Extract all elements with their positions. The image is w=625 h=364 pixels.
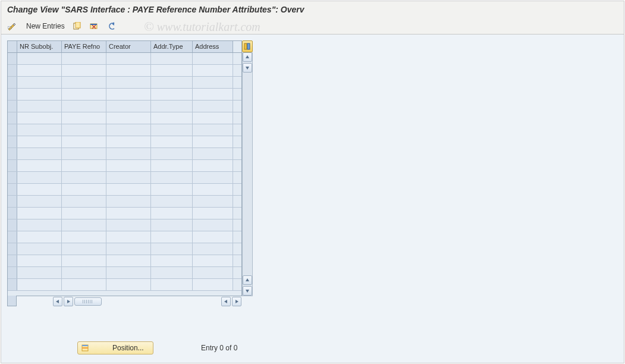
row-selector-header[interactable] bbox=[8, 41, 17, 52]
cell-addr-type[interactable] bbox=[151, 231, 193, 243]
row-selector[interactable] bbox=[8, 148, 17, 159]
table-row[interactable] bbox=[8, 243, 241, 255]
row-selector[interactable] bbox=[8, 112, 17, 124]
cell-address[interactable] bbox=[193, 196, 233, 207]
cell-address[interactable] bbox=[193, 219, 233, 231]
cell-address[interactable] bbox=[193, 112, 233, 124]
horizontal-scroll-thumb[interactable] bbox=[74, 297, 102, 306]
scroll-left-button[interactable] bbox=[53, 297, 62, 306]
select-all-button[interactable] bbox=[7, 296, 17, 306]
cell-addr-type[interactable] bbox=[151, 267, 193, 278]
cell-nr-subobj[interactable] bbox=[17, 136, 62, 148]
horizontal-scrollbar[interactable] bbox=[17, 296, 242, 307]
cell-addr-type[interactable] bbox=[151, 219, 193, 231]
table-row[interactable] bbox=[8, 53, 241, 65]
cell-addr-type[interactable] bbox=[151, 136, 193, 148]
cell-nr-subobj[interactable] bbox=[17, 243, 62, 255]
table-row[interactable] bbox=[8, 184, 241, 196]
row-selector[interactable] bbox=[8, 124, 17, 136]
cell-address[interactable] bbox=[193, 172, 233, 183]
row-selector[interactable] bbox=[8, 53, 17, 64]
row-selector[interactable] bbox=[8, 184, 17, 195]
row-selector[interactable] bbox=[8, 231, 17, 243]
cell-addr-type[interactable] bbox=[151, 243, 193, 255]
cell-creator[interactable] bbox=[106, 231, 151, 243]
cell-address[interactable] bbox=[193, 101, 233, 112]
cell-address[interactable] bbox=[193, 279, 233, 290]
undo-change-button[interactable] bbox=[104, 20, 120, 32]
cell-nr-subobj[interactable] bbox=[17, 89, 62, 100]
cell-creator[interactable] bbox=[106, 219, 151, 231]
table-row[interactable] bbox=[8, 124, 241, 136]
row-selector[interactable] bbox=[8, 279, 17, 290]
cell-addr-type[interactable] bbox=[151, 172, 193, 183]
column-header-paye-refno[interactable]: PAYE Refno bbox=[62, 41, 106, 52]
table-row[interactable] bbox=[8, 65, 241, 77]
cell-addr-type[interactable] bbox=[151, 89, 193, 100]
cell-creator[interactable] bbox=[106, 136, 151, 148]
cell-creator[interactable] bbox=[106, 112, 151, 124]
cell-paye-refno[interactable] bbox=[62, 208, 106, 219]
row-selector[interactable] bbox=[8, 65, 17, 76]
cell-creator[interactable] bbox=[106, 208, 151, 219]
cell-creator[interactable] bbox=[106, 243, 151, 255]
cell-address[interactable] bbox=[193, 65, 233, 76]
cell-creator[interactable] bbox=[106, 53, 151, 64]
cell-nr-subobj[interactable] bbox=[17, 124, 62, 136]
cell-addr-type[interactable] bbox=[151, 101, 193, 112]
table-settings-button[interactable] bbox=[242, 40, 253, 52]
cell-nr-subobj[interactable] bbox=[17, 279, 62, 290]
cell-address[interactable] bbox=[193, 53, 233, 64]
cell-paye-refno[interactable] bbox=[62, 255, 106, 266]
table-row[interactable] bbox=[8, 279, 241, 291]
delete-button[interactable] bbox=[87, 20, 102, 32]
row-selector[interactable] bbox=[8, 243, 17, 255]
cell-paye-refno[interactable] bbox=[62, 53, 106, 64]
scroll-right-button-2[interactable] bbox=[232, 297, 241, 306]
cell-nr-subobj[interactable] bbox=[17, 77, 62, 88]
cell-paye-refno[interactable] bbox=[62, 172, 106, 183]
cell-addr-type[interactable] bbox=[151, 184, 193, 195]
cell-creator[interactable] bbox=[106, 89, 151, 100]
scroll-up-button-2[interactable] bbox=[243, 275, 252, 285]
cell-address[interactable] bbox=[193, 208, 233, 219]
vertical-scrollbar[interactable] bbox=[242, 52, 253, 296]
cell-addr-type[interactable] bbox=[151, 124, 193, 136]
row-selector[interactable] bbox=[8, 160, 17, 171]
cell-address[interactable] bbox=[193, 148, 233, 159]
row-selector[interactable] bbox=[8, 255, 17, 266]
cell-nr-subobj[interactable] bbox=[17, 255, 62, 266]
table-row[interactable] bbox=[8, 136, 241, 148]
cell-nr-subobj[interactable] bbox=[17, 231, 62, 243]
cell-creator[interactable] bbox=[106, 184, 151, 195]
cell-creator[interactable] bbox=[106, 279, 151, 290]
cell-paye-refno[interactable] bbox=[62, 124, 106, 136]
cell-paye-refno[interactable] bbox=[62, 160, 106, 171]
cell-paye-refno[interactable] bbox=[62, 77, 106, 88]
cell-nr-subobj[interactable] bbox=[17, 196, 62, 207]
table-row[interactable] bbox=[8, 208, 241, 219]
cell-addr-type[interactable] bbox=[151, 65, 193, 76]
cell-creator[interactable] bbox=[106, 267, 151, 278]
cell-paye-refno[interactable] bbox=[62, 196, 106, 207]
cell-nr-subobj[interactable] bbox=[17, 101, 62, 112]
table-row[interactable] bbox=[8, 172, 241, 184]
cell-address[interactable] bbox=[193, 89, 233, 100]
cell-addr-type[interactable] bbox=[151, 196, 193, 207]
cell-nr-subobj[interactable] bbox=[17, 160, 62, 171]
row-selector[interactable] bbox=[8, 172, 17, 183]
cell-creator[interactable] bbox=[106, 65, 151, 76]
scroll-up-button[interactable] bbox=[243, 52, 252, 62]
new-entries-button[interactable]: New Entries bbox=[22, 20, 68, 32]
cell-creator[interactable] bbox=[106, 148, 151, 159]
cell-addr-type[interactable] bbox=[151, 208, 193, 219]
cell-address[interactable] bbox=[193, 136, 233, 148]
cell-nr-subobj[interactable] bbox=[17, 65, 62, 76]
cell-paye-refno[interactable] bbox=[62, 231, 106, 243]
cell-addr-type[interactable] bbox=[151, 112, 193, 124]
scroll-down-button[interactable] bbox=[243, 63, 252, 73]
cell-creator[interactable] bbox=[106, 255, 151, 266]
table-row[interactable] bbox=[8, 160, 241, 172]
cell-address[interactable] bbox=[193, 77, 233, 88]
table-row[interactable] bbox=[8, 77, 241, 89]
